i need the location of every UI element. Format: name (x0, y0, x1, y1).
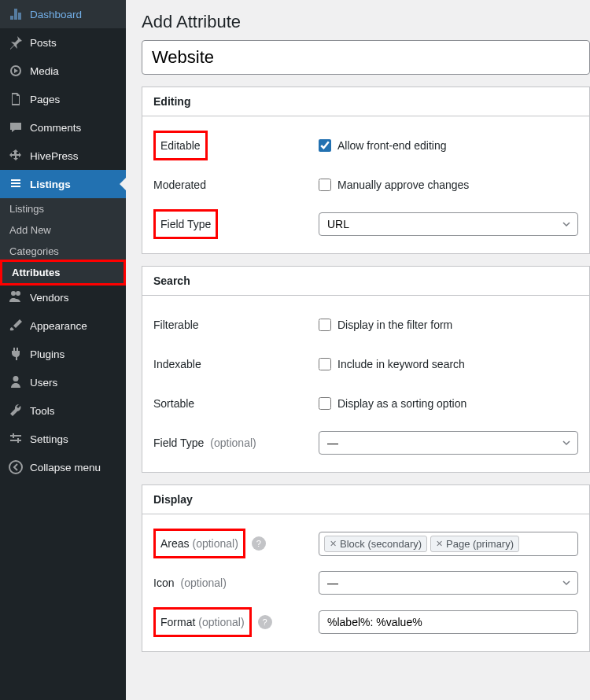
sidebar-label-hivepress: HivePress (30, 150, 79, 162)
admin-sidebar: Dashboard Posts Media Pages Comments Hiv… (0, 0, 126, 700)
format-label: Format (optional) ? (153, 607, 319, 637)
sidebar-label-pages: Pages (30, 94, 60, 105)
editable-label: Editable (153, 131, 319, 160)
submenu-item-add-new[interactable]: Add New (0, 219, 126, 241)
comment-icon (8, 120, 24, 135)
format-input[interactable] (319, 610, 578, 634)
sidebar-label-vendors: Vendors (30, 292, 69, 304)
close-icon[interactable]: ✕ (330, 539, 337, 549)
sidebar-label-dashboard: Dashboard (30, 9, 82, 20)
sidebar-label-users: Users (30, 377, 57, 389)
sidebar-item-posts[interactable]: Posts (0, 28, 126, 57)
user-icon (8, 374, 24, 390)
sortable-label: Sortable (153, 397, 319, 410)
sidebar-label-comments: Comments (30, 122, 81, 134)
sidebar-item-plugins[interactable]: Plugins (0, 340, 126, 368)
sidebar-item-pages[interactable]: Pages (0, 85, 126, 113)
brush-icon (8, 318, 24, 333)
main-content: Add Attribute Editing Editable Allow fro… (126, 0, 590, 700)
sidebar-item-appearance[interactable]: Appearance (0, 311, 126, 340)
edit-field-type-label: Field Type (153, 209, 319, 239)
filterable-label: Filterable (153, 319, 319, 331)
sliders-icon (8, 431, 24, 447)
panel-display: Display Areas (optional) ? ✕Block (secon… (142, 484, 590, 652)
moderated-label: Moderated (153, 179, 319, 191)
indexable-label: Indexable (153, 358, 319, 370)
panel-search: Search Filterable Display in the filter … (142, 266, 590, 473)
page-icon (8, 91, 24, 107)
areas-label: Areas (optional) ? (153, 529, 319, 558)
close-icon[interactable]: ✕ (436, 539, 443, 549)
icon-select[interactable]: — (319, 571, 578, 595)
sortable-checkbox[interactable] (319, 397, 331, 410)
panel-search-header: Search (142, 267, 589, 296)
page-title: Add Attribute (126, 0, 590, 40)
indexable-checkbox-label: Include in keyword search (337, 358, 465, 370)
search-field-type-label: Field Type (optional) (153, 437, 319, 449)
sidebar-label-media: Media (30, 65, 59, 77)
sidebar-label-collapse: Collapse menu (30, 462, 101, 473)
sidebar-item-collapse[interactable]: Collapse menu (0, 453, 126, 481)
help-icon[interactable]: ? (258, 615, 272, 629)
svg-point-0 (9, 461, 22, 473)
sidebar-item-vendors[interactable]: Vendors (0, 283, 126, 311)
sidebar-label-plugins: Plugins (30, 348, 65, 360)
editable-checkbox[interactable] (319, 139, 331, 152)
sidebar-label-settings: Settings (30, 433, 68, 445)
help-icon[interactable]: ? (252, 536, 266, 551)
sidebar-item-tools[interactable]: Tools (0, 396, 126, 425)
filterable-checkbox[interactable] (319, 319, 331, 331)
sidebar-item-comments[interactable]: Comments (0, 113, 126, 142)
plug-icon (8, 346, 24, 362)
collapse-icon (8, 459, 24, 475)
wrench-icon (8, 403, 24, 418)
tag-page-primary[interactable]: ✕Page (primary) (430, 536, 519, 552)
media-icon (8, 63, 24, 79)
submenu-item-categories[interactable]: Categories (0, 241, 126, 262)
search-field-type-select[interactable]: — (319, 431, 578, 455)
panel-display-header: Display (142, 485, 589, 514)
panel-editing-header: Editing (142, 87, 589, 116)
pin-icon (8, 35, 24, 50)
editable-checkbox-label: Allow front-end editing (337, 139, 447, 152)
filterable-checkbox-label: Display in the filter form (337, 319, 452, 331)
list-icon (8, 176, 24, 192)
edit-field-type-select[interactable]: URL (319, 212, 578, 236)
users-icon (8, 289, 24, 305)
icon-label: Icon (optional) (153, 577, 319, 589)
sortable-checkbox-label: Display as a sorting option (337, 397, 466, 410)
sidebar-item-users[interactable]: Users (0, 368, 126, 396)
moderated-checkbox[interactable] (319, 179, 331, 191)
submenu-item-attributes[interactable]: Attributes (0, 260, 126, 286)
hivepress-icon (8, 148, 24, 164)
sidebar-item-listings[interactable]: Listings (0, 170, 126, 198)
sidebar-item-hivepress[interactable]: HivePress (0, 142, 126, 170)
attribute-title-input[interactable] (142, 40, 590, 75)
sidebar-label-listings: Listings (30, 179, 71, 190)
tag-block-secondary[interactable]: ✕Block (secondary) (324, 536, 427, 552)
moderated-checkbox-label: Manually approve changes (337, 179, 469, 191)
sidebar-item-settings[interactable]: Settings (0, 425, 126, 453)
dashboard-icon (8, 6, 24, 22)
sidebar-item-dashboard[interactable]: Dashboard (0, 0, 126, 28)
sidebar-label-appearance: Appearance (30, 320, 87, 332)
submenu-item-listings[interactable]: Listings (0, 198, 126, 219)
indexable-checkbox[interactable] (319, 358, 331, 370)
sidebar-label-posts: Posts (30, 37, 57, 49)
areas-tags-input[interactable]: ✕Block (secondary) ✕Page (primary) (319, 532, 578, 556)
panel-editing: Editing Editable Allow front-end editing… (142, 87, 590, 254)
sidebar-item-media[interactable]: Media (0, 57, 126, 85)
submenu-listings: Listings Add New Categories Attributes (0, 198, 126, 286)
sidebar-label-tools: Tools (30, 405, 55, 417)
